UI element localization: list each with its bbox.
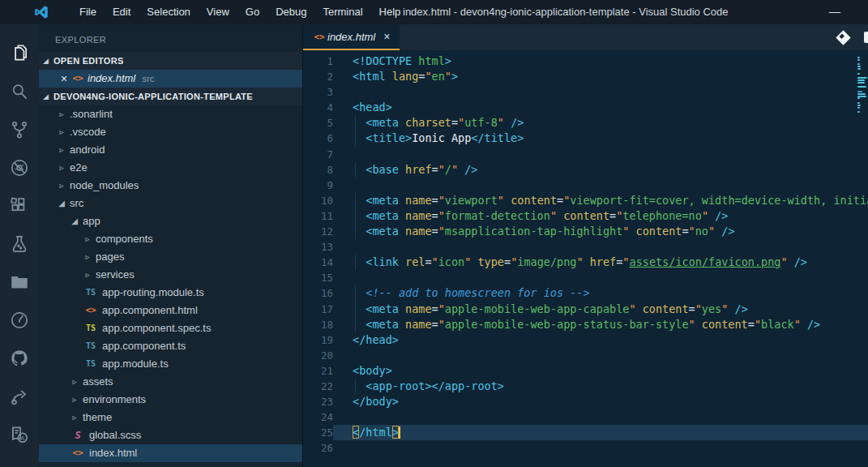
code-line[interactable]: 26 xyxy=(303,440,868,456)
code-line[interactable]: 11 <meta name="format-detection" content… xyxy=(303,208,868,224)
code-line[interactable]: 3 xyxy=(303,84,868,100)
tree-item-app[interactable]: ◢app xyxy=(39,212,302,230)
explorer-icon[interactable] xyxy=(0,34,39,72)
folder-label: assets xyxy=(83,373,113,391)
line-number: 24 xyxy=(303,409,333,425)
code-line[interactable]: 18 <meta name="apple-mobile-web-app-stat… xyxy=(303,317,868,332)
tree-item-theme[interactable]: ▹theme xyxy=(39,409,302,426)
code-text: <html lang="en"> xyxy=(333,69,868,84)
tree-item-app-component-html[interactable]: <>app.component.html xyxy=(39,302,302,319)
tree-item-index-html[interactable]: <>index.html xyxy=(39,444,302,462)
github-icon[interactable] xyxy=(0,339,39,377)
tree-item--vscode[interactable]: ▹.vscode xyxy=(39,123,302,141)
code-line[interactable]: 21<body> xyxy=(303,363,868,379)
code-line[interactable]: 15 xyxy=(303,270,868,285)
code-line[interactable]: 20 xyxy=(303,348,868,363)
tree-item-pages[interactable]: ▹pages xyxy=(39,248,302,266)
minimap[interactable] xyxy=(857,50,868,467)
menu-terminal[interactable]: Terminal xyxy=(314,0,370,24)
open-editor-item[interactable]: ×<>index.htmlsrc xyxy=(39,70,302,88)
code-line[interactable]: 6 <title>Ionic App</title> xyxy=(303,131,868,146)
code-line[interactable]: 16 <!-- add to homescreen for ios --> xyxy=(303,285,868,301)
folder-icon[interactable] xyxy=(0,263,39,301)
chevron-down-icon: ◢ xyxy=(43,88,49,105)
code-line[interactable]: 9 xyxy=(303,178,868,193)
tab-index-html[interactable]: <> index.html × xyxy=(303,24,400,50)
code-line[interactable]: 22 <app-root></app-root> xyxy=(303,379,868,394)
tree-item-node-modules[interactable]: ▹node_modules xyxy=(39,177,302,195)
code-text: </html> xyxy=(333,425,868,440)
line-number: 2 xyxy=(303,69,333,84)
minimap-line xyxy=(857,63,860,65)
tree-item-global-scss[interactable]: Sglobal.scss xyxy=(39,426,302,444)
line-number: 26 xyxy=(303,440,333,456)
split-editor-icon[interactable] xyxy=(836,30,850,45)
code-text: <!DOCTYPE html> xyxy=(333,54,868,69)
menu-bar: FileEditSelectionViewGoDebugTerminalHelp xyxy=(71,0,408,24)
menu-file[interactable]: File xyxy=(71,0,105,24)
tree-item-app-component-ts[interactable]: TSapp.component.ts xyxy=(39,337,302,355)
minimize-button[interactable]: — xyxy=(823,0,847,24)
extensions-icon[interactable] xyxy=(0,186,39,225)
line-number: 18 xyxy=(303,317,333,332)
folder-label: services xyxy=(96,266,135,284)
code-line[interactable]: 12 <meta name="msapplication-tap-highlig… xyxy=(303,224,868,239)
tree-item-app-component-spec-ts[interactable]: TSapp.component.spec.ts xyxy=(39,319,302,337)
menu-edit[interactable]: Edit xyxy=(105,0,139,24)
menu-selection[interactable]: Selection xyxy=(139,0,198,24)
file-label: app.component.ts xyxy=(102,337,186,355)
close-icon[interactable]: × xyxy=(58,70,70,88)
html-file-icon: <> xyxy=(70,70,86,88)
tree-item-components[interactable]: ▹components xyxy=(39,230,302,248)
tree-item-assets[interactable]: ▹assets xyxy=(39,373,302,391)
code-editor[interactable]: 1<!DOCTYPE html>2<html lang="en">34<head… xyxy=(303,50,868,467)
code-line[interactable]: 2<html lang="en"> xyxy=(303,69,868,84)
tree-item--sonarlint[interactable]: ▹.sonarlint xyxy=(39,105,302,123)
chevron-collapsed-icon: ▹ xyxy=(57,123,66,141)
section-open-editors[interactable]: ◢OPEN EDITORS xyxy=(39,52,302,70)
code-line[interactable]: 1<!DOCTYPE html> xyxy=(303,54,868,69)
tree-item-src[interactable]: ◢src xyxy=(39,195,302,212)
translate-book-icon[interactable]: A xyxy=(0,415,39,453)
code-line[interactable]: 19</head> xyxy=(303,332,868,348)
code-line[interactable]: 23</body> xyxy=(303,394,868,409)
line-number: 9 xyxy=(303,178,333,193)
sass-file-icon: S xyxy=(70,426,86,444)
title-bar: FileEditSelectionViewGoDebugTerminalHelp… xyxy=(0,0,868,24)
code-line[interactable]: 24 xyxy=(303,409,868,425)
clipped-action-icon[interactable] xyxy=(864,32,868,43)
code-line[interactable]: 10 <meta name="viewport" content="viewpo… xyxy=(303,193,868,208)
code-line[interactable]: 7 xyxy=(303,147,868,162)
tree-item-app-routing-module-ts[interactable]: TSapp-routing.module.ts xyxy=(39,284,302,302)
file-label: global.scss xyxy=(89,426,141,444)
code-line[interactable]: 13 xyxy=(303,239,868,255)
share-feedback-icon[interactable] xyxy=(0,377,39,415)
menu-debug[interactable]: Debug xyxy=(267,0,314,24)
tree-item-e2e[interactable]: ▹e2e xyxy=(39,159,302,177)
code-line[interactable]: 25</html> xyxy=(303,425,868,440)
test-beaker-icon[interactable] xyxy=(0,225,39,263)
search-icon[interactable] xyxy=(0,72,39,110)
tree-item-app-module-ts[interactable]: TSapp.module.ts xyxy=(39,355,302,373)
code-line[interactable]: 14 <link rel="icon" type="image/png" hre… xyxy=(303,255,868,270)
minimap-line xyxy=(857,57,860,58)
source-control-icon[interactable] xyxy=(0,110,39,148)
folder-label: .vscode xyxy=(70,123,106,141)
code-line[interactable]: 17 <meta name="apple-mobile-web-app-capa… xyxy=(303,302,868,317)
time-gauge-icon[interactable] xyxy=(0,301,39,339)
tree-item-services[interactable]: ▹services xyxy=(39,266,302,284)
line-number: 21 xyxy=(303,363,333,379)
menu-view[interactable]: View xyxy=(199,0,237,24)
code-text xyxy=(333,147,868,162)
section-project-root[interactable]: ◢DEVON4NG-IONIC-APPLICATION-TEMPLATE xyxy=(39,88,302,105)
code-line[interactable]: 4<head> xyxy=(303,100,868,115)
chevron-collapsed-icon: ▹ xyxy=(83,230,92,248)
menu-go[interactable]: Go xyxy=(237,0,267,24)
code-line[interactable]: 5 <meta charset="utf-8" /> xyxy=(303,115,868,131)
code-line[interactable]: 8 <base href="/" /> xyxy=(303,162,868,178)
debug-disabled-icon[interactable] xyxy=(0,148,39,186)
tree-item-environments[interactable]: ▹environments xyxy=(39,391,302,409)
tree-item-android[interactable]: ▹android xyxy=(39,141,302,159)
line-number: 8 xyxy=(303,162,333,178)
tab-close-icon[interactable]: × xyxy=(382,30,391,43)
